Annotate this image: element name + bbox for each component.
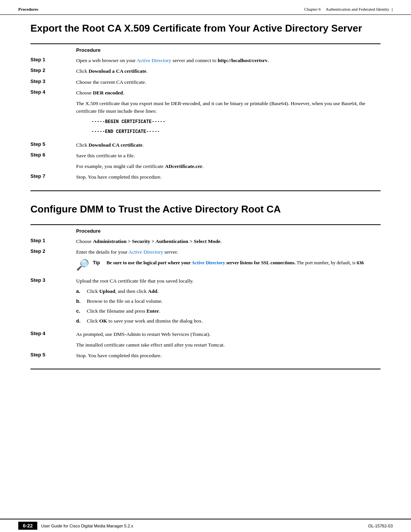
download-ca-cert2-bold: Download CA certificate <box>89 142 143 148</box>
section2-step3c-row: c. Click the filename and press Enter. <box>76 307 381 315</box>
section1-step5-label: Step 5 <box>30 141 76 147</box>
header-chapter-title: Chapter 6 Authentication and Federated I… <box>304 7 393 11</box>
section2-step4-label: Step 4 <box>30 331 76 336</box>
section1-step4-row: Step 4 Choose DER encoded. <box>30 89 381 97</box>
der-encoded-bold: DER encoded <box>93 90 123 96</box>
section2-step1-row: Step 1 Choose Administration > Security … <box>30 238 381 245</box>
section2-step3d-content: Click OK to save your work and dismiss t… <box>87 317 381 325</box>
tip-container: 🔎 Tip Be sure to use the logical port wh… <box>76 260 381 270</box>
tip-port-bold: 636 <box>357 260 364 265</box>
section2-procedure-label: Procedure <box>30 228 381 234</box>
footer-guide-text: User Guide for Cisco Digital Media Manag… <box>41 524 133 528</box>
section1-step1-row: Step 1 Open a web browser on your Active… <box>30 57 381 64</box>
section1-step3-label: Step 3 <box>30 78 76 84</box>
tip-label: Tip <box>93 260 104 267</box>
section1-step6-label: Step 6 <box>30 152 76 158</box>
section2-step3b-label: b. <box>76 297 87 305</box>
section1-procedure-box: Procedure Step 1 Open a web browser on y… <box>30 43 381 191</box>
section2-step4-note-content: The installed certificate cannot take ef… <box>76 341 381 349</box>
ok-bold: OK <box>99 318 107 324</box>
section2-step3a-row: a. Click Upload, and then click Add. <box>76 288 381 295</box>
section2-step3a-content: Click Upload, and then click Add. <box>87 288 381 295</box>
main-content: Export the Root CA X.509 Certificate fro… <box>0 15 411 401</box>
section1-title: Export the Root CA X.509 Certificate fro… <box>30 22 381 34</box>
active-directory-link-1[interactable]: Active Directory <box>137 58 171 63</box>
section2: Configure DMM to Trust the Active Direct… <box>30 203 381 370</box>
header-section-label: Procedures <box>18 7 38 11</box>
section2-step5-content: Stop. You have completed this procedure. <box>76 352 381 359</box>
header-title-text: Authentication and Federated Identity <box>326 7 389 11</box>
section1-note-row: The X.509 certificate that you export mu… <box>30 100 381 138</box>
header-chapter: Chapter 6 <box>304 7 320 11</box>
section2-procedure-box: Procedure Step 1 Choose Administration >… <box>30 224 381 370</box>
section2-step5-label: Step 5 <box>30 352 76 358</box>
section1-step6-content: Save this certificate in a file. <box>76 152 381 160</box>
section2-step3b-row: b. Browse to the file on a local volume. <box>76 297 381 305</box>
footer-doc-number: OL-15762-03 <box>368 524 393 528</box>
section2-step3d-label: d. <box>76 317 87 325</box>
download-ca-cert-bold: Download a CA certificate <box>89 68 147 74</box>
tip-box: Tip Be sure to use the logical port wher… <box>93 260 364 267</box>
section1-step2-content: Click Download a CA certificate. <box>76 67 381 75</box>
section2-step4-note-row: The installed certificate cannot take ef… <box>30 341 381 349</box>
section2-step1-label: Step 1 <box>30 238 76 243</box>
section1-step5-row: Step 5 Click Download CA certificate. <box>30 141 381 149</box>
section1-step3-content: Choose the current CA certificate. <box>76 78 381 86</box>
active-directory-link-tip[interactable]: Active Directory <box>191 260 225 265</box>
section1-step5-content: Click Download CA certificate. <box>76 141 381 149</box>
section1-step6-note-content: For example, you might call the certific… <box>76 163 381 170</box>
footer-left: 6-22 User Guide for Cisco Digital Media … <box>18 522 133 530</box>
section2-step4-content: As prompted, use DMS-Admin to restart We… <box>76 331 381 338</box>
section2-step3-row: Step 3 Upload the root CA certificate fi… <box>30 277 381 327</box>
section1-step1-label: Step 1 <box>30 57 76 62</box>
section2-step1-content: Choose Administration > Security > Authe… <box>76 238 381 245</box>
page-header: Procedures Chapter 6 Authentication and … <box>0 0 411 15</box>
section1-step7-row: Step 7 Stop. You have completed this pro… <box>30 173 381 181</box>
enter-bold: Enter <box>147 308 159 314</box>
section2-step4-row: Step 4 As prompted, use DMS-Admin to res… <box>30 331 381 338</box>
page-footer: 6-22 User Guide for Cisco Digital Media … <box>0 519 411 532</box>
section1-step1-content: Open a web browser on your Active Direct… <box>76 57 381 64</box>
section1-step4-label: Step 4 <box>30 89 76 95</box>
section2-step2-content: Enter the details for your Active Direct… <box>76 248 381 274</box>
section2-step3b-content: Browse to the file on a local volume. <box>87 297 381 305</box>
section1-step7-content: Stop. You have completed this procedure. <box>76 173 381 181</box>
section1-note-content: The X.509 certificate that you export mu… <box>76 100 381 138</box>
section1-step6-note-row: For example, you might call the certific… <box>30 163 381 170</box>
section2-step3c-label: c. <box>76 307 87 315</box>
admin-security-auth-bold: Administration > Security > Authenticati… <box>93 238 220 244</box>
section1-procedure-label: Procedure <box>30 47 381 53</box>
adcertificate-cer-bold: ADcertificate.cer <box>165 163 202 169</box>
tip-icon: 🔎 <box>76 260 90 270</box>
section2-step2-label: Step 2 <box>30 248 76 254</box>
header-divider: | <box>392 7 393 11</box>
section1-step2-row: Step 2 Click Download a CA certificate. <box>30 67 381 75</box>
section1-step2-label: Step 2 <box>30 67 76 73</box>
section2-step3c-content: Click the filename and press Enter. <box>87 307 381 315</box>
section1-code-begin: -----BEGIN CERTIFICATE----- <box>76 118 381 125</box>
tip-text-bold-start: Be sure to use the logical port where yo… <box>107 260 295 265</box>
section2-step2-row: Step 2 Enter the details for your Active… <box>30 248 381 274</box>
section1-note-text: The X.509 certificate that you export mu… <box>76 101 365 114</box>
section1-step7-label: Step 7 <box>30 173 76 179</box>
section1-step4-content: Choose DER encoded. <box>76 89 381 97</box>
footer-page-number: 6-22 <box>18 522 37 530</box>
active-directory-link-2[interactable]: Active Directory <box>129 249 163 255</box>
section2-step5-row: Step 5 Stop. You have completed this pro… <box>30 352 381 359</box>
section2-step3d-row: d. Click OK to save your work and dismis… <box>76 317 381 325</box>
section1-code-end: -----END CERTIFICATE----- <box>76 128 381 135</box>
upload-bold: Upload <box>99 288 115 294</box>
section2-step3a-label: a. <box>76 288 87 295</box>
localhost-certsrv-bold: http://localhost/certsrv <box>218 58 268 63</box>
section1: Export the Root CA X.509 Certificate fro… <box>30 22 381 191</box>
add-bold: Add <box>148 288 158 294</box>
section1-step3-row: Step 3 Choose the current CA certificate… <box>30 78 381 86</box>
section2-step3-content: Upload the root CA certificate file that… <box>76 277 381 327</box>
tip-text: Be sure to use the logical port where yo… <box>107 260 364 267</box>
section1-step6-row: Step 6 Save this certificate in a file. <box>30 152 381 160</box>
section2-title: Configure DMM to Trust the Active Direct… <box>30 203 381 215</box>
section2-step3-label: Step 3 <box>30 277 76 283</box>
